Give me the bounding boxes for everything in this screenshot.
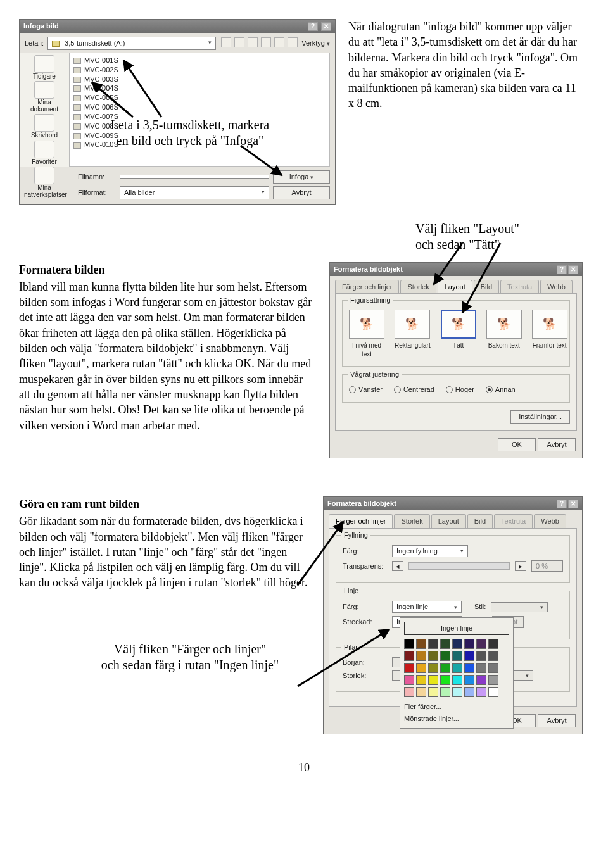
search-icon[interactable] [248, 37, 258, 47]
swatch[interactable] [416, 651, 426, 661]
list-item[interactable]: MVC-001S [73, 56, 326, 65]
swatch[interactable] [428, 675, 438, 685]
swatch[interactable] [488, 675, 498, 685]
views-icon[interactable] [288, 37, 298, 47]
swatch[interactable] [440, 687, 450, 697]
fill-color-dropdown[interactable]: Ingen fyllning▾ [392, 545, 468, 557]
wrap-behind[interactable]: 🐕Bakom text [486, 310, 522, 358]
filformat-dropdown[interactable]: Alla bilder▾ [120, 186, 269, 199]
swatch[interactable] [440, 675, 450, 685]
radio-centrerad[interactable]: Centrerad [394, 385, 434, 394]
tab-web[interactable]: Webb [534, 514, 566, 528]
avbryt-button[interactable]: Avbryt [538, 438, 576, 451]
radio-hoger[interactable]: Höger [446, 385, 474, 394]
swatch[interactable] [464, 687, 474, 697]
swatch[interactable] [404, 651, 414, 661]
list-item[interactable]: MVC-002S [73, 65, 326, 75]
tab-colors[interactable]: Färger och linjer [329, 514, 393, 528]
swatch[interactable] [464, 651, 474, 661]
wrap-inline[interactable]: 🐕I nivå med text [349, 310, 384, 358]
list-item[interactable]: MVC-003S [73, 75, 326, 84]
swatch[interactable] [452, 675, 462, 685]
avbryt-button[interactable]: Avbryt [273, 186, 330, 199]
swatch[interactable] [452, 651, 462, 661]
filnamn-input[interactable] [120, 175, 269, 179]
sidebar-item[interactable]: Skrivbord [24, 114, 65, 139]
transparency-slider[interactable] [408, 562, 510, 570]
swatch[interactable] [476, 639, 486, 649]
ok-button[interactable]: OK [498, 438, 536, 451]
sidebar-item[interactable]: Favoriter [24, 141, 65, 166]
swatch[interactable] [476, 663, 486, 673]
swatch[interactable] [440, 651, 450, 661]
tab-web[interactable]: Webb [540, 280, 573, 294]
list-item[interactable]: MVC-004S [73, 84, 326, 93]
swatch[interactable] [416, 675, 426, 685]
swatch[interactable] [416, 639, 426, 649]
swatch[interactable] [476, 675, 486, 685]
swatch[interactable] [452, 687, 462, 697]
radio-annan[interactable]: Annan [486, 385, 516, 394]
swatch[interactable] [488, 687, 498, 697]
tab-size[interactable]: Storlek [400, 280, 436, 294]
swatch[interactable] [428, 663, 438, 673]
close-icon[interactable]: ✕ [568, 500, 578, 508]
tab-layout[interactable]: Layout [438, 280, 472, 294]
swatch[interactable] [464, 639, 474, 649]
installningar-button[interactable]: Inställningar... [510, 410, 570, 424]
file-list[interactable]: MVC-001S MVC-002S MVC-003S MVC-004S MVC-… [69, 53, 330, 167]
new-folder-icon[interactable] [274, 37, 284, 47]
swatch[interactable] [476, 687, 486, 697]
swatch[interactable] [488, 663, 498, 673]
swatch[interactable] [488, 651, 498, 661]
tab-layout[interactable]: Layout [431, 514, 466, 528]
leta-dropdown[interactable]: 3,5-tumsdiskett (A:) ▾ [48, 37, 216, 50]
swatch[interactable] [440, 663, 450, 673]
help-icon[interactable]: ? [557, 500, 567, 508]
wrap-square[interactable]: 🐕Rektangulärt [395, 310, 431, 358]
help-icon[interactable]: ? [308, 22, 318, 31]
swatch-no-line[interactable]: Ingen linje [404, 622, 509, 635]
swatch[interactable] [452, 663, 462, 673]
swatch[interactable] [416, 663, 426, 673]
tab-picture[interactable]: Bild [474, 280, 499, 294]
delete-icon[interactable] [261, 37, 271, 47]
swatch[interactable] [404, 663, 414, 673]
swatch[interactable] [404, 687, 414, 697]
tab-size[interactable]: Storlek [394, 514, 429, 528]
sidebar-item[interactable]: Tidigare [24, 55, 65, 80]
radio-vanster[interactable]: Vänster [349, 385, 383, 394]
close-icon[interactable]: ✕ [321, 22, 331, 31]
swatch[interactable] [428, 639, 438, 649]
verktyg-label[interactable]: Verktyg ▾ [301, 39, 330, 48]
decrease-icon[interactable]: ◂ [392, 561, 403, 572]
up-icon[interactable] [234, 37, 244, 47]
list-item[interactable]: MVC-006S [73, 103, 326, 112]
tab-picture[interactable]: Bild [467, 514, 493, 528]
increase-icon[interactable]: ▸ [515, 561, 526, 572]
more-colors-link[interactable]: Fler färger... [404, 701, 509, 713]
wrap-front[interactable]: 🐕Framför text [532, 310, 567, 358]
avbryt-button[interactable]: Avbryt [538, 714, 576, 727]
swatch[interactable] [452, 639, 462, 649]
swatch[interactable] [428, 687, 438, 697]
back-icon[interactable] [221, 37, 231, 47]
list-item[interactable]: MVC-005S [73, 93, 326, 103]
wrap-tight[interactable]: 🐕Tätt [441, 310, 476, 358]
tab-colors[interactable]: Färger och linjer [335, 280, 399, 294]
swatch[interactable] [416, 687, 426, 697]
swatch[interactable] [488, 639, 498, 649]
line-color-dropdown[interactable]: Ingen linje▾ [392, 601, 462, 613]
swatch[interactable] [464, 675, 474, 685]
patterned-lines-link[interactable]: Mönstrade linjer... [404, 713, 509, 725]
infoga-button[interactable]: Infoga ▾ [273, 170, 330, 184]
swatch[interactable] [428, 651, 438, 661]
sidebar-item[interactable]: Mina dokument [24, 81, 65, 113]
swatch[interactable] [404, 639, 414, 649]
swatch[interactable] [440, 639, 450, 649]
swatch[interactable] [464, 663, 474, 673]
help-icon[interactable]: ? [557, 265, 567, 274]
swatch[interactable] [476, 651, 486, 661]
sidebar-item[interactable]: Mina nätverksplatser [24, 167, 65, 198]
swatch[interactable] [404, 675, 414, 685]
